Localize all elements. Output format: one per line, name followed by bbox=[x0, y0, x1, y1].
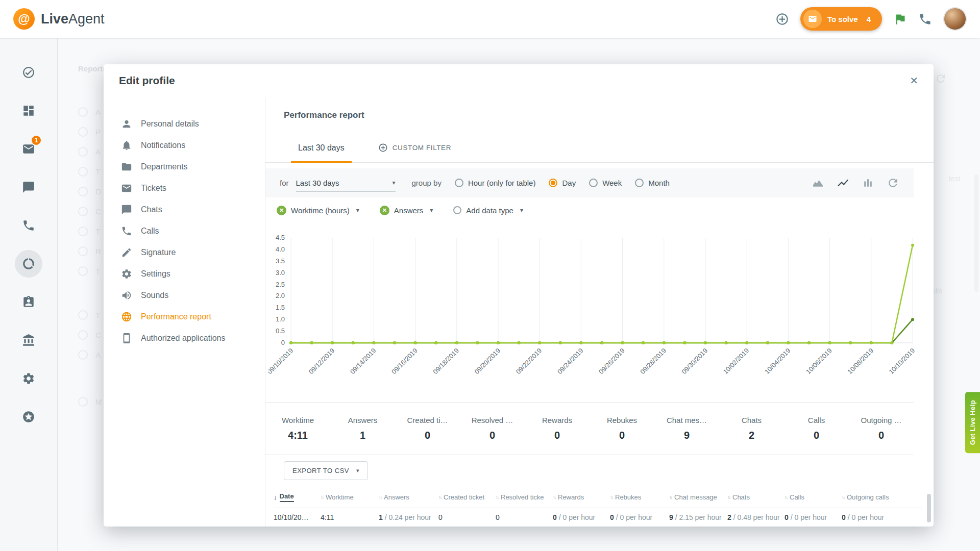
chevron-down-icon: ▾ bbox=[430, 207, 433, 213]
column-header-rewards[interactable]: ↑↓Rewards bbox=[553, 493, 610, 501]
get-live-help-tab[interactable]: Get Live Help bbox=[965, 392, 980, 453]
export-csv-label: EXPORT TO CSV bbox=[292, 467, 349, 474]
phone-button[interactable] bbox=[918, 12, 932, 26]
sort-desc-icon: ↓ bbox=[274, 493, 277, 501]
table-cell: 0 / 0 per hour bbox=[842, 513, 919, 521]
to-solve-button[interactable]: To solve 4 bbox=[800, 7, 882, 31]
group-by-week[interactable]: Week bbox=[589, 179, 622, 187]
bar-chart-button[interactable] bbox=[862, 177, 874, 189]
svg-text:4.0: 4.0 bbox=[276, 245, 285, 253]
profile-nav-departments[interactable]: Departments bbox=[104, 156, 265, 178]
sidebar-item-gear[interactable] bbox=[12, 359, 45, 397]
star-circle-icon bbox=[22, 410, 35, 423]
profile-nav-authorized-applications[interactable]: Authorized applications bbox=[104, 328, 265, 349]
profile-nav-settings[interactable]: Settings bbox=[104, 263, 265, 285]
stat-value: 0 bbox=[395, 430, 460, 441]
modal-scrollbar[interactable] bbox=[927, 494, 931, 522]
sidebar-item-dashboard[interactable] bbox=[12, 91, 45, 130]
top-actions: To solve 4 bbox=[775, 7, 967, 31]
svg-text:09/20/2019: 09/20/2019 bbox=[473, 347, 502, 376]
area-chart-icon bbox=[812, 177, 824, 189]
tab-last-30-days[interactable]: Last 30 days bbox=[287, 133, 356, 163]
stat-label: Rebukes bbox=[590, 416, 654, 424]
line-chart-button[interactable] bbox=[837, 177, 849, 189]
tab-custom-filter[interactable]: CUSTOM FILTER bbox=[367, 133, 462, 163]
performance-chart: 09/10/201909/12/201909/14/201909/16/2019… bbox=[268, 234, 929, 393]
modal-content: Performance report Last 30 days CUSTOM F… bbox=[265, 97, 934, 527]
column-header-worktime[interactable]: ↑↓Worktime bbox=[321, 493, 379, 501]
sort-icon: ↑↓ bbox=[321, 495, 323, 500]
stat-value: 4:11 bbox=[265, 430, 330, 441]
stat-label: Worktime bbox=[265, 416, 330, 424]
remove-chip-icon[interactable]: ✕ bbox=[277, 206, 286, 215]
column-header-outgoing-calls[interactable]: ↑↓Outgoing calls bbox=[842, 493, 919, 501]
column-header-chats[interactable]: ↑↓Chats bbox=[727, 493, 785, 501]
sidebar-item-mail[interactable]: 1 bbox=[12, 130, 45, 168]
sidebar-item-star-circle[interactable] bbox=[12, 397, 45, 436]
profile-nav-chats[interactable]: Chats bbox=[104, 199, 265, 220]
remove-chip-icon[interactable]: ✕ bbox=[380, 206, 389, 215]
add-button[interactable] bbox=[775, 12, 789, 26]
profile-nav-performance-report[interactable]: Performance report bbox=[104, 306, 265, 328]
svg-text:10/04/2019: 10/04/2019 bbox=[763, 347, 792, 376]
sort-icon: ↑↓ bbox=[438, 495, 441, 500]
refresh-button[interactable] bbox=[887, 177, 899, 189]
area-chart-button[interactable] bbox=[812, 177, 824, 189]
to-solve-label: To solve bbox=[827, 15, 858, 23]
tabs: Last 30 days CUSTOM FILTER bbox=[265, 133, 934, 163]
chevron-down-icon: ▾ bbox=[356, 468, 359, 473]
column-header-answers[interactable]: ↑↓Answers bbox=[379, 493, 438, 501]
svg-text:09/12/2019: 09/12/2019 bbox=[307, 347, 336, 376]
sidebar-item-donut[interactable] bbox=[12, 244, 45, 283]
group-by-month[interactable]: Month bbox=[635, 179, 670, 187]
column-header-chat-message[interactable]: ↑↓Chat message bbox=[669, 493, 727, 501]
filter-bar: for Last 30 days ▾ group by Hour (only f… bbox=[265, 168, 914, 197]
chip-worktime-hours-[interactable]: ✕Worktime (hours)▾ bbox=[277, 206, 359, 215]
profile-nav-signature[interactable]: Signature bbox=[104, 242, 265, 263]
sidebar-item-chat[interactable] bbox=[12, 168, 45, 206]
radio-icon bbox=[635, 179, 644, 187]
flag-icon bbox=[893, 12, 907, 26]
range-select[interactable]: Last 30 days ▾ bbox=[296, 174, 396, 192]
chat-icon bbox=[121, 204, 132, 215]
radio-icon bbox=[589, 179, 598, 187]
profile-nav-personal-details[interactable]: Personal details bbox=[104, 113, 265, 135]
sidebar-item-check-circle[interactable] bbox=[12, 53, 45, 91]
sidebar-item-phone[interactable] bbox=[12, 206, 45, 244]
folder-icon bbox=[121, 161, 132, 172]
chat-icon bbox=[22, 181, 35, 194]
chip-answers[interactable]: ✕Answers▾ bbox=[380, 206, 433, 215]
profile-nav-calls[interactable]: Calls bbox=[104, 220, 265, 242]
column-header-rebukes[interactable]: ↑↓Rebukes bbox=[610, 493, 669, 501]
stat-label: Chat mes… bbox=[654, 416, 719, 424]
svg-text:10/06/2019: 10/06/2019 bbox=[804, 347, 834, 376]
bank-icon bbox=[22, 334, 35, 347]
sidebar-item-contact-card[interactable] bbox=[12, 283, 45, 321]
sidebar-item-bank[interactable] bbox=[12, 321, 45, 359]
sort-icon: ↑↓ bbox=[496, 495, 498, 500]
radio-icon bbox=[455, 179, 463, 187]
stat-label: Rewards bbox=[525, 416, 590, 424]
sort-icon: ↑↓ bbox=[610, 495, 612, 500]
group-by-day[interactable]: Day bbox=[549, 179, 576, 187]
column-header-created-ticket[interactable]: ↑↓Created ticket bbox=[438, 493, 496, 501]
group-by-hour[interactable]: Hour (only for table) bbox=[455, 179, 536, 187]
profile-nav-notifications[interactable]: Notifications bbox=[104, 135, 265, 156]
flag-button[interactable] bbox=[893, 12, 907, 26]
chevron-down-icon: ▾ bbox=[356, 207, 359, 213]
gear-icon bbox=[22, 372, 35, 385]
svg-text:1.0: 1.0 bbox=[276, 315, 285, 323]
column-header-calls[interactable]: ↑↓Calls bbox=[785, 493, 842, 501]
profile-nav-tickets[interactable]: Tickets bbox=[104, 178, 265, 199]
avatar[interactable] bbox=[943, 7, 967, 31]
close-button[interactable]: ✕ bbox=[910, 74, 918, 87]
column-header-resolved-ticke[interactable]: ↑↓Resolved ticke bbox=[496, 493, 553, 501]
person-icon bbox=[121, 118, 132, 130]
stat-label: Answers bbox=[330, 416, 395, 424]
stat-resolved: Resolved …0 bbox=[460, 416, 525, 441]
profile-nav-sounds[interactable]: Sounds bbox=[104, 285, 265, 306]
chip-add-data-type[interactable]: Add data type▾ bbox=[453, 206, 523, 215]
column-header-date[interactable]: ↓Date bbox=[274, 492, 321, 502]
modal-nav: Personal detailsNotificationsDepartments… bbox=[104, 97, 265, 349]
export-csv-button[interactable]: EXPORT TO CSV ▾ bbox=[284, 461, 368, 480]
